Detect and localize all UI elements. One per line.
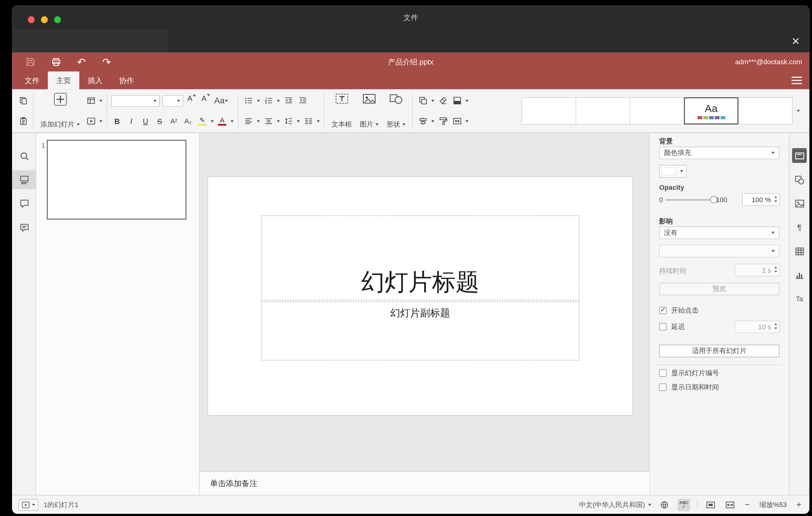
subtitle-placeholder[interactable]: 幻灯片副标题 (261, 302, 579, 361)
chevron-down-icon[interactable] (431, 100, 434, 102)
title-placeholder[interactable]: 幻灯片标题 (261, 216, 579, 300)
start-slideshow-icon[interactable] (85, 114, 96, 128)
font-name-combo[interactable] (111, 95, 160, 106)
theme-thumbnail[interactable] (630, 97, 684, 125)
superscript-button[interactable]: A² (168, 114, 179, 128)
tab-file[interactable]: 文件 (16, 71, 48, 89)
vertical-align-icon[interactable] (263, 114, 274, 128)
subscript-button[interactable]: A₂ (182, 114, 194, 128)
textbox-button[interactable]: 文本框 (329, 92, 354, 130)
shape-align-icon[interactable] (417, 114, 429, 128)
show-slide-number-row[interactable]: 显示幻灯片编号 (659, 369, 719, 377)
tab-home[interactable]: 主页 (48, 71, 79, 89)
chevron-down-icon[interactable] (465, 120, 468, 122)
font-color-icon[interactable]: A (216, 114, 228, 128)
outdent-icon[interactable] (283, 94, 294, 107)
paragraph-settings-icon[interactable]: ¶ (792, 220, 807, 234)
duration-input[interactable]: 2 s (735, 264, 780, 277)
start-on-click-row[interactable]: 开始点击 (659, 307, 699, 315)
close-icon[interactable] (788, 34, 803, 49)
start-on-click-checkbox[interactable] (659, 307, 667, 314)
spin-down-icon[interactable] (774, 200, 777, 202)
slide-layout-icon[interactable] (85, 94, 96, 107)
chevron-down-icon[interactable] (297, 120, 300, 122)
shape-settings-icon[interactable] (792, 172, 807, 187)
slide-thumbnail-selected[interactable] (47, 140, 187, 220)
effect-select[interactable]: 没有 (659, 227, 780, 239)
underline-button[interactable]: U (140, 114, 151, 128)
slides-icon[interactable] (18, 173, 31, 186)
chat-icon[interactable] (18, 221, 31, 234)
chart-settings-icon[interactable] (792, 267, 807, 282)
highlight-color-icon[interactable]: ✎ (197, 114, 208, 128)
show-date-time-row[interactable]: 显示日期和时间 (659, 383, 719, 391)
menu-icon[interactable] (792, 77, 802, 84)
bullets-icon[interactable] (243, 94, 254, 107)
zoom-in-icon[interactable]: + (795, 499, 803, 510)
show-slide-number-checkbox[interactable] (659, 369, 667, 377)
chevron-down-icon[interactable] (431, 120, 434, 122)
chevron-down-icon[interactable] (230, 120, 234, 122)
delay-checkbox[interactable] (659, 323, 667, 331)
tab-insert[interactable]: 插入 (79, 71, 111, 89)
chevron-down-icon[interactable] (257, 120, 260, 122)
image-settings-icon[interactable] (792, 196, 807, 211)
preview-button[interactable]: 预览 (659, 283, 780, 295)
language-select[interactable]: 中文(中华人民共和国) (579, 500, 651, 510)
slide-settings-icon[interactable] (792, 148, 807, 163)
show-date-time-checkbox[interactable] (659, 383, 667, 391)
clear-style-icon[interactable] (437, 94, 448, 107)
change-case-icon[interactable]: Aa (214, 94, 228, 107)
fit-width-icon[interactable] (724, 498, 736, 511)
notes-input[interactable]: 单击添加备注 (200, 471, 649, 495)
theme-thumbnail[interactable] (576, 97, 630, 125)
italic-button[interactable]: I (125, 114, 137, 128)
table-settings-icon[interactable] (792, 244, 807, 259)
fill-color-select[interactable] (659, 165, 687, 178)
columns-icon[interactable] (303, 114, 314, 128)
search-icon[interactable] (18, 150, 31, 162)
chevron-down-icon[interactable] (277, 100, 280, 102)
font-shrink-icon[interactable]: A (200, 94, 212, 107)
paste-icon[interactable] (17, 114, 29, 128)
spin-up-icon[interactable] (774, 196, 777, 198)
indent-icon[interactable] (297, 94, 308, 107)
chevron-down-icon[interactable] (317, 120, 320, 122)
font-grow-icon[interactable]: A (186, 94, 198, 107)
align-icon[interactable] (243, 114, 254, 128)
theme-thumbnail[interactable] (738, 97, 792, 125)
spellcheck-icon[interactable]: ABC✓ (677, 498, 690, 511)
copy-icon[interactable] (17, 94, 29, 107)
opacity-input[interactable]: 100 % (742, 194, 780, 206)
chevron-down-icon[interactable] (257, 100, 260, 102)
chevron-down-icon[interactable] (211, 120, 214, 122)
image-button[interactable]: 图片 (357, 92, 381, 130)
globe-icon[interactable] (658, 498, 671, 511)
tab-collaboration[interactable]: 协作 (111, 71, 142, 89)
theme-gallery-expand[interactable] (792, 97, 804, 125)
strikeout-button[interactable]: S (154, 114, 165, 128)
chevron-down-icon[interactable] (99, 100, 103, 102)
slide-size-icon[interactable] (451, 114, 462, 128)
add-slide-button[interactable]: 添加幻灯片 (38, 92, 83, 130)
chevron-down-icon[interactable] (99, 120, 103, 122)
arrange-icon[interactable] (417, 94, 429, 107)
comments-icon[interactable] (18, 197, 31, 209)
bold-button[interactable]: B (111, 114, 123, 128)
fill-color-icon[interactable] (451, 94, 462, 107)
fit-slide-icon[interactable] (704, 498, 717, 511)
chevron-down-icon[interactable] (465, 100, 468, 102)
line-spacing-icon[interactable] (283, 114, 294, 128)
shape-button[interactable]: 形状 (384, 92, 408, 130)
zoom-out-icon[interactable]: − (743, 499, 752, 510)
copy-style-icon[interactable] (437, 114, 448, 128)
slide-canvas[interactable]: 幻灯片标题 幻灯片副标题 (208, 177, 633, 415)
font-size-combo[interactable] (162, 95, 183, 106)
start-preview-button[interactable] (19, 499, 38, 510)
numbering-icon[interactable] (263, 94, 274, 107)
opacity-slider[interactable] (665, 199, 714, 201)
theme-thumbnail[interactable] (522, 97, 576, 125)
textart-settings-icon[interactable]: Ta (792, 291, 807, 306)
chevron-down-icon[interactable] (277, 120, 280, 122)
delay-row[interactable]: 延迟 (659, 322, 685, 331)
